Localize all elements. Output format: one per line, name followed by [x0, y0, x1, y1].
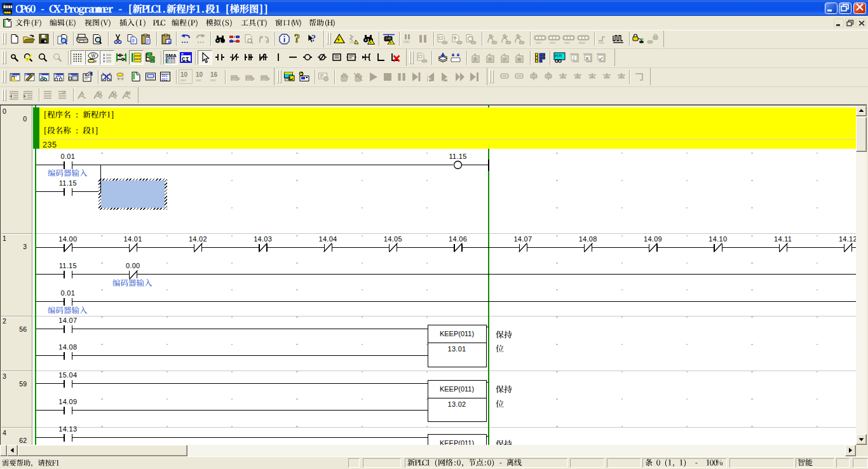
svg-text:?: ? [294, 33, 300, 44]
svg-text:vvv: vvv [550, 40, 555, 44]
svg-text:ron: ron [180, 78, 186, 82]
svg-text:16: 16 [210, 71, 218, 78]
svg-text:W: W [91, 53, 95, 58]
svg-text:ron: ron [403, 39, 410, 44]
svg-text:ron: ron [564, 40, 570, 44]
svg-text:2: 2 [573, 56, 575, 60]
svg-text:CI: CI [182, 56, 189, 63]
svg-text:10: 10 [180, 71, 188, 78]
svg-text:10: 10 [196, 71, 203, 78]
svg-text:ron: ron [196, 78, 201, 82]
svg-text:ron: ron [210, 78, 216, 82]
svg-text:dup: dup [579, 40, 586, 44]
svg-text:002: 002 [161, 78, 168, 82]
svg-text:ron: ron [349, 40, 355, 44]
svg-text:2: 2 [473, 57, 476, 61]
svg-text:B: B [266, 39, 269, 44]
svg-text:ron: ron [599, 40, 604, 44]
svg-text:ron: ron [536, 40, 541, 44]
svg-text:A: A [259, 35, 262, 39]
